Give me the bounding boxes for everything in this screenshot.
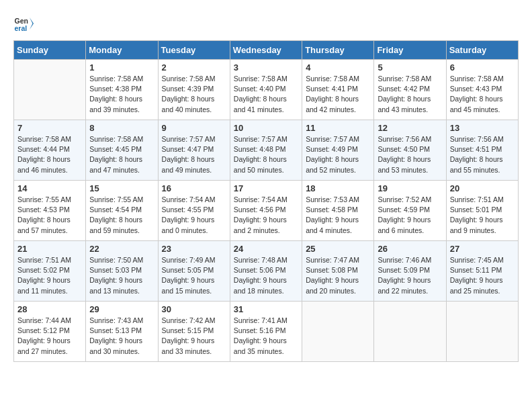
day-info: Sunrise: 7:56 AM Sunset: 4:51 PM Dayligh… (450, 134, 515, 175)
day-info: Sunrise: 7:58 AM Sunset: 4:41 PM Dayligh… (306, 74, 370, 115)
calendar-cell: 29Sunrise: 7:43 AM Sunset: 5:13 PM Dayli… (86, 302, 158, 362)
day-number: 6 (450, 62, 515, 73)
col-header-monday: Monday (86, 41, 158, 60)
calendar-cell: 31Sunrise: 7:41 AM Sunset: 5:16 PM Dayli… (230, 302, 302, 362)
calendar-cell: 12Sunrise: 7:56 AM Sunset: 4:50 PM Dayli… (374, 120, 446, 181)
day-number: 22 (89, 244, 154, 254)
day-info: Sunrise: 7:53 AM Sunset: 4:58 PM Dayligh… (306, 195, 370, 236)
day-number: 29 (89, 304, 154, 314)
calendar-cell: 7Sunrise: 7:58 AM Sunset: 4:44 PM Daylig… (14, 120, 86, 181)
col-header-thursday: Thursday (302, 41, 374, 60)
day-number: 20 (450, 183, 515, 193)
calendar-cell: 3Sunrise: 7:58 AM Sunset: 4:40 PM Daylig… (230, 60, 302, 120)
day-info: Sunrise: 7:46 AM Sunset: 5:09 PM Dayligh… (378, 255, 442, 296)
day-number: 21 (17, 244, 82, 254)
day-info: Sunrise: 7:50 AM Sunset: 5:03 PM Dayligh… (89, 255, 154, 296)
day-info: Sunrise: 7:41 AM Sunset: 5:16 PM Dayligh… (234, 316, 298, 357)
col-header-friday: Friday (374, 41, 446, 60)
day-number: 14 (17, 183, 82, 193)
day-number: 5 (378, 62, 442, 73)
calendar-cell: 24Sunrise: 7:48 AM Sunset: 5:06 PM Dayli… (230, 241, 302, 302)
page-header: Gen eral (13, 13, 519, 34)
day-info: Sunrise: 7:58 AM Sunset: 4:40 PM Dayligh… (234, 74, 298, 115)
day-number: 27 (450, 244, 515, 254)
day-number: 3 (234, 62, 298, 73)
logo: Gen eral (13, 13, 36, 34)
calendar-cell (302, 302, 374, 362)
calendar-cell: 19Sunrise: 7:52 AM Sunset: 4:59 PM Dayli… (374, 181, 446, 241)
calendar-cell: 2Sunrise: 7:58 AM Sunset: 4:39 PM Daylig… (158, 60, 230, 120)
day-info: Sunrise: 7:57 AM Sunset: 4:47 PM Dayligh… (162, 134, 226, 175)
calendar-cell: 16Sunrise: 7:54 AM Sunset: 4:55 PM Dayli… (158, 181, 230, 241)
day-info: Sunrise: 7:54 AM Sunset: 4:55 PM Dayligh… (162, 195, 226, 236)
calendar-cell: 20Sunrise: 7:51 AM Sunset: 5:01 PM Dayli… (446, 181, 518, 241)
day-info: Sunrise: 7:42 AM Sunset: 5:15 PM Dayligh… (162, 316, 226, 357)
day-info: Sunrise: 7:56 AM Sunset: 4:50 PM Dayligh… (378, 134, 442, 175)
calendar-cell: 8Sunrise: 7:58 AM Sunset: 4:45 PM Daylig… (86, 120, 158, 181)
calendar-cell: 18Sunrise: 7:53 AM Sunset: 4:58 PM Dayli… (302, 181, 374, 241)
day-number: 17 (234, 183, 298, 193)
col-header-wednesday: Wednesday (230, 41, 302, 60)
day-number: 1 (89, 62, 154, 73)
day-info: Sunrise: 7:52 AM Sunset: 4:59 PM Dayligh… (378, 195, 442, 236)
day-number: 15 (89, 183, 154, 193)
calendar-week-4: 21Sunrise: 7:51 AM Sunset: 5:02 PM Dayli… (14, 241, 519, 302)
day-number: 18 (306, 183, 370, 193)
day-number: 31 (234, 304, 298, 314)
calendar-cell: 1Sunrise: 7:58 AM Sunset: 4:38 PM Daylig… (86, 60, 158, 120)
calendar-cell: 25Sunrise: 7:47 AM Sunset: 5:08 PM Dayli… (302, 241, 374, 302)
day-number: 19 (378, 183, 442, 193)
calendar-cell: 10Sunrise: 7:57 AM Sunset: 4:48 PM Dayli… (230, 120, 302, 181)
calendar-cell: 27Sunrise: 7:45 AM Sunset: 5:11 PM Dayli… (446, 241, 518, 302)
calendar-week-5: 28Sunrise: 7:44 AM Sunset: 5:12 PM Dayli… (14, 302, 519, 362)
calendar-cell: 14Sunrise: 7:55 AM Sunset: 4:53 PM Dayli… (14, 181, 86, 241)
calendar-week-3: 14Sunrise: 7:55 AM Sunset: 4:53 PM Dayli… (14, 181, 519, 241)
day-number: 13 (450, 123, 515, 133)
day-info: Sunrise: 7:45 AM Sunset: 5:11 PM Dayligh… (450, 255, 515, 296)
day-info: Sunrise: 7:47 AM Sunset: 5:08 PM Dayligh… (306, 255, 370, 296)
day-info: Sunrise: 7:49 AM Sunset: 5:05 PM Dayligh… (162, 255, 226, 296)
day-info: Sunrise: 7:55 AM Sunset: 4:54 PM Dayligh… (89, 195, 154, 236)
day-info: Sunrise: 7:58 AM Sunset: 4:45 PM Dayligh… (89, 134, 154, 175)
day-number: 24 (234, 244, 298, 254)
day-info: Sunrise: 7:54 AM Sunset: 4:56 PM Dayligh… (234, 195, 298, 236)
col-header-saturday: Saturday (446, 41, 518, 60)
col-header-tuesday: Tuesday (158, 41, 230, 60)
calendar-cell: 30Sunrise: 7:42 AM Sunset: 5:15 PM Dayli… (158, 302, 230, 362)
day-number: 25 (306, 244, 370, 254)
calendar-cell: 9Sunrise: 7:57 AM Sunset: 4:47 PM Daylig… (158, 120, 230, 181)
day-info: Sunrise: 7:58 AM Sunset: 4:42 PM Dayligh… (378, 74, 442, 115)
calendar-cell: 21Sunrise: 7:51 AM Sunset: 5:02 PM Dayli… (14, 241, 86, 302)
day-number: 4 (306, 62, 370, 73)
day-number: 8 (89, 123, 154, 133)
col-header-sunday: Sunday (14, 41, 86, 60)
day-number: 11 (306, 123, 370, 133)
calendar-cell: 6Sunrise: 7:58 AM Sunset: 4:43 PM Daylig… (446, 60, 518, 120)
day-number: 10 (234, 123, 298, 133)
calendar-cell: 13Sunrise: 7:56 AM Sunset: 4:51 PM Dayli… (446, 120, 518, 181)
day-number: 2 (162, 62, 226, 73)
calendar-cell (374, 302, 446, 362)
calendar-cell: 28Sunrise: 7:44 AM Sunset: 5:12 PM Dayli… (14, 302, 86, 362)
day-info: Sunrise: 7:44 AM Sunset: 5:12 PM Dayligh… (17, 316, 82, 357)
day-info: Sunrise: 7:55 AM Sunset: 4:53 PM Dayligh… (17, 195, 82, 236)
day-info: Sunrise: 7:58 AM Sunset: 4:38 PM Dayligh… (89, 74, 154, 115)
day-info: Sunrise: 7:51 AM Sunset: 5:02 PM Dayligh… (17, 255, 82, 296)
day-info: Sunrise: 7:48 AM Sunset: 5:06 PM Dayligh… (234, 255, 298, 296)
calendar-cell: 11Sunrise: 7:57 AM Sunset: 4:49 PM Dayli… (302, 120, 374, 181)
calendar-week-2: 7Sunrise: 7:58 AM Sunset: 4:44 PM Daylig… (14, 120, 519, 181)
day-info: Sunrise: 7:43 AM Sunset: 5:13 PM Dayligh… (89, 316, 154, 357)
calendar-table: SundayMondayTuesdayWednesdayThursdayFrid… (13, 40, 519, 362)
day-number: 16 (162, 183, 226, 193)
day-info: Sunrise: 7:57 AM Sunset: 4:49 PM Dayligh… (306, 134, 370, 175)
day-info: Sunrise: 7:57 AM Sunset: 4:48 PM Dayligh… (234, 134, 298, 175)
day-info: Sunrise: 7:58 AM Sunset: 4:44 PM Dayligh… (17, 134, 82, 175)
svg-text:eral: eral (15, 24, 28, 32)
calendar-week-1: 1Sunrise: 7:58 AM Sunset: 4:38 PM Daylig… (14, 60, 519, 120)
calendar-cell: 23Sunrise: 7:49 AM Sunset: 5:05 PM Dayli… (158, 241, 230, 302)
day-number: 9 (162, 123, 226, 133)
day-number: 12 (378, 123, 442, 133)
day-info: Sunrise: 7:58 AM Sunset: 4:39 PM Dayligh… (162, 74, 226, 115)
day-number: 30 (162, 304, 226, 314)
day-number: 28 (17, 304, 82, 314)
